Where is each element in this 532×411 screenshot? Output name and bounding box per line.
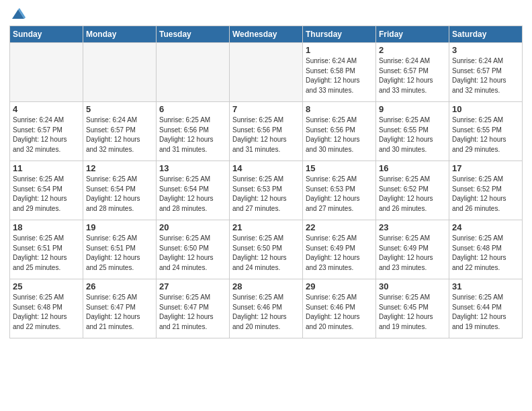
calendar-cell: 18Sunrise: 6:25 AM Sunset: 6:51 PM Dayli… <box>10 220 83 279</box>
calendar-cell: 14Sunrise: 6:25 AM Sunset: 6:53 PM Dayli… <box>230 161 303 220</box>
day-info: Sunrise: 6:24 AM Sunset: 6:57 PM Dayligh… <box>13 116 80 154</box>
day-info: Sunrise: 6:25 AM Sunset: 6:55 PM Dayligh… <box>452 116 519 154</box>
day-number: 22 <box>306 222 373 232</box>
day-info: Sunrise: 6:25 AM Sunset: 6:52 PM Dayligh… <box>452 175 519 214</box>
day-number: 14 <box>232 163 300 173</box>
page: SundayMondayTuesdayWednesdayThursdayFrid… <box>0 0 532 411</box>
col-header-tuesday: Tuesday <box>157 26 230 43</box>
day-info: Sunrise: 6:25 AM Sunset: 6:49 PM Dayligh… <box>306 234 373 273</box>
calendar-cell: 6Sunrise: 6:25 AM Sunset: 6:56 PM Daylig… <box>157 102 230 161</box>
day-info: Sunrise: 6:24 AM Sunset: 6:57 PM Dayligh… <box>379 56 446 95</box>
calendar-cell: 23Sunrise: 6:25 AM Sunset: 6:49 PM Dayli… <box>376 220 449 279</box>
day-info: Sunrise: 6:25 AM Sunset: 6:56 PM Dayligh… <box>306 116 373 154</box>
day-info: Sunrise: 6:24 AM Sunset: 6:57 PM Dayligh… <box>452 56 519 95</box>
day-info: Sunrise: 6:25 AM Sunset: 6:47 PM Dayligh… <box>159 293 226 332</box>
day-info: Sunrise: 6:25 AM Sunset: 6:53 PM Dayligh… <box>232 175 300 214</box>
calendar-week-row: 4Sunrise: 6:24 AM Sunset: 6:57 PM Daylig… <box>10 102 523 161</box>
calendar-cell: 20Sunrise: 6:25 AM Sunset: 6:50 PM Dayli… <box>157 220 230 279</box>
calendar-cell: 27Sunrise: 6:25 AM Sunset: 6:47 PM Dayli… <box>157 279 230 338</box>
day-number: 13 <box>159 163 226 173</box>
day-number: 1 <box>306 45 373 55</box>
calendar-cell <box>83 43 157 102</box>
day-info: Sunrise: 6:25 AM Sunset: 6:50 PM Dayligh… <box>232 234 300 273</box>
calendar-cell <box>230 43 303 102</box>
col-header-saturday: Saturday <box>449 26 523 43</box>
calendar-cell: 31Sunrise: 6:25 AM Sunset: 6:44 PM Dayli… <box>449 279 523 338</box>
calendar-cell: 26Sunrise: 6:25 AM Sunset: 6:47 PM Dayli… <box>83 279 157 338</box>
day-info: Sunrise: 6:24 AM Sunset: 6:57 PM Dayligh… <box>86 116 153 154</box>
calendar-cell: 12Sunrise: 6:25 AM Sunset: 6:54 PM Dayli… <box>83 161 157 220</box>
day-info: Sunrise: 6:25 AM Sunset: 6:49 PM Dayligh… <box>379 234 446 273</box>
calendar-cell <box>157 43 230 102</box>
calendar-week-row: 25Sunrise: 6:25 AM Sunset: 6:48 PM Dayli… <box>10 279 523 338</box>
day-number: 21 <box>232 222 300 232</box>
day-number: 3 <box>452 45 519 55</box>
day-number: 10 <box>452 104 519 114</box>
day-number: 31 <box>452 281 519 291</box>
day-info: Sunrise: 6:24 AM Sunset: 6:58 PM Dayligh… <box>306 56 373 95</box>
calendar-cell: 22Sunrise: 6:25 AM Sunset: 6:49 PM Dayli… <box>303 220 376 279</box>
calendar-cell: 16Sunrise: 6:25 AM Sunset: 6:52 PM Dayli… <box>376 161 449 220</box>
day-number: 26 <box>86 281 153 291</box>
calendar-cell: 11Sunrise: 6:25 AM Sunset: 6:54 PM Dayli… <box>10 161 83 220</box>
calendar-cell: 1Sunrise: 6:24 AM Sunset: 6:58 PM Daylig… <box>303 43 376 102</box>
logo-icon <box>11 7 26 21</box>
day-info: Sunrise: 6:25 AM Sunset: 6:53 PM Dayligh… <box>306 175 373 214</box>
day-number: 12 <box>86 163 153 173</box>
day-number: 25 <box>13 281 80 291</box>
day-number: 16 <box>379 163 446 173</box>
calendar-cell <box>10 43 83 102</box>
day-info: Sunrise: 6:25 AM Sunset: 6:51 PM Dayligh… <box>13 234 80 273</box>
col-header-wednesday: Wednesday <box>230 26 303 43</box>
day-number: 23 <box>379 222 446 232</box>
day-info: Sunrise: 6:25 AM Sunset: 6:47 PM Dayligh… <box>86 293 153 332</box>
day-number: 20 <box>159 222 226 232</box>
calendar-cell: 5Sunrise: 6:24 AM Sunset: 6:57 PM Daylig… <box>83 102 157 161</box>
day-info: Sunrise: 6:25 AM Sunset: 6:46 PM Dayligh… <box>306 293 373 332</box>
calendar-cell: 4Sunrise: 6:24 AM Sunset: 6:57 PM Daylig… <box>10 102 83 161</box>
calendar-header-row: SundayMondayTuesdayWednesdayThursdayFrid… <box>10 26 523 43</box>
day-info: Sunrise: 6:25 AM Sunset: 6:46 PM Dayligh… <box>232 293 300 332</box>
logo <box>9 7 26 20</box>
day-number: 4 <box>13 104 80 114</box>
day-info: Sunrise: 6:25 AM Sunset: 6:55 PM Dayligh… <box>379 116 446 154</box>
calendar-week-row: 1Sunrise: 6:24 AM Sunset: 6:58 PM Daylig… <box>10 43 523 102</box>
calendar-cell: 8Sunrise: 6:25 AM Sunset: 6:56 PM Daylig… <box>303 102 376 161</box>
day-number: 18 <box>13 222 80 232</box>
day-number: 15 <box>306 163 373 173</box>
day-info: Sunrise: 6:25 AM Sunset: 6:56 PM Dayligh… <box>159 116 226 154</box>
day-number: 8 <box>306 104 373 114</box>
calendar-cell: 25Sunrise: 6:25 AM Sunset: 6:48 PM Dayli… <box>10 279 83 338</box>
calendar-cell: 15Sunrise: 6:25 AM Sunset: 6:53 PM Dayli… <box>303 161 376 220</box>
day-info: Sunrise: 6:25 AM Sunset: 6:54 PM Dayligh… <box>86 175 153 214</box>
col-header-monday: Monday <box>83 26 157 43</box>
day-number: 9 <box>379 104 446 114</box>
day-number: 27 <box>159 281 226 291</box>
col-header-friday: Friday <box>376 26 449 43</box>
calendar: SundayMondayTuesdayWednesdayThursdayFrid… <box>9 26 523 338</box>
calendar-cell: 3Sunrise: 6:24 AM Sunset: 6:57 PM Daylig… <box>449 43 523 102</box>
calendar-cell: 21Sunrise: 6:25 AM Sunset: 6:50 PM Dayli… <box>230 220 303 279</box>
day-number: 17 <box>452 163 519 173</box>
day-number: 28 <box>232 281 300 291</box>
day-info: Sunrise: 6:25 AM Sunset: 6:52 PM Dayligh… <box>379 175 446 214</box>
day-number: 30 <box>379 281 446 291</box>
day-info: Sunrise: 6:25 AM Sunset: 6:44 PM Dayligh… <box>452 293 519 332</box>
calendar-week-row: 11Sunrise: 6:25 AM Sunset: 6:54 PM Dayli… <box>10 161 523 220</box>
day-info: Sunrise: 6:25 AM Sunset: 6:56 PM Dayligh… <box>232 116 300 154</box>
day-info: Sunrise: 6:25 AM Sunset: 6:51 PM Dayligh… <box>86 234 153 273</box>
col-header-sunday: Sunday <box>10 26 83 43</box>
day-number: 6 <box>159 104 226 114</box>
day-number: 5 <box>86 104 153 114</box>
calendar-cell: 24Sunrise: 6:25 AM Sunset: 6:48 PM Dayli… <box>449 220 523 279</box>
day-info: Sunrise: 6:25 AM Sunset: 6:48 PM Dayligh… <box>13 293 80 332</box>
calendar-cell: 7Sunrise: 6:25 AM Sunset: 6:56 PM Daylig… <box>230 102 303 161</box>
day-info: Sunrise: 6:25 AM Sunset: 6:54 PM Dayligh… <box>13 175 80 214</box>
day-number: 29 <box>306 281 373 291</box>
day-info: Sunrise: 6:25 AM Sunset: 6:48 PM Dayligh… <box>452 234 519 273</box>
calendar-cell: 13Sunrise: 6:25 AM Sunset: 6:54 PM Dayli… <box>157 161 230 220</box>
calendar-cell: 28Sunrise: 6:25 AM Sunset: 6:46 PM Dayli… <box>230 279 303 338</box>
calendar-week-row: 18Sunrise: 6:25 AM Sunset: 6:51 PM Dayli… <box>10 220 523 279</box>
day-number: 24 <box>452 222 519 232</box>
calendar-cell: 9Sunrise: 6:25 AM Sunset: 6:55 PM Daylig… <box>376 102 449 161</box>
